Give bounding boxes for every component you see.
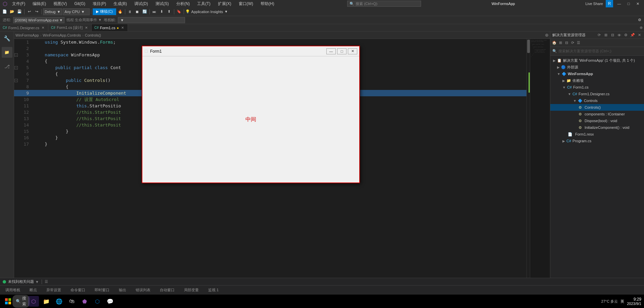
tab-errorlist[interactable]: 错误列表 (133, 286, 153, 294)
taskbar-vs-icon[interactable]: ⬡ (28, 296, 39, 307)
debug-mode-dropdown[interactable]: Debug ▼ (43, 8, 62, 15)
sync-icon[interactable]: ⟳ (596, 33, 602, 38)
language-indicator[interactable]: 英 (620, 299, 624, 304)
tab-output[interactable]: 输出 (116, 286, 129, 294)
live-share-btn[interactable]: Live Share (585, 2, 603, 6)
menu-help[interactable]: 帮助(H) (258, 0, 277, 7)
sol-filter-icon[interactable]: ☰ (576, 40, 581, 46)
stack-dropdown[interactable]: ▼ (118, 17, 185, 23)
solution-search[interactable]: 🔍 搜索解决方案资源管理器 (Ctrl+;) (550, 47, 644, 56)
nav-winformsapp[interactable]: WinFormsApp (15, 33, 39, 37)
toolbar-save-all[interactable]: 💾 (16, 8, 23, 15)
search-bar[interactable]: 🔍 搜索 (Ctrl+Q) (347, 1, 421, 7)
toolbar-restart[interactable]: 🔄 (141, 8, 148, 15)
tree-components[interactable]: ⚙ components : IContainer (550, 111, 644, 117)
toolbar-step-over[interactable]: ⏭ (151, 8, 158, 15)
scrollbar-thumb[interactable] (527, 40, 530, 53)
close-btn[interactable]: ✕ (635, 0, 641, 7)
toolbar-step-into[interactable]: ⬇ (158, 8, 165, 15)
tab-watch1[interactable]: 监视 1 (205, 286, 221, 294)
tree-project[interactable]: ▼ 🔷 WinFormsApp (550, 70, 644, 77)
collapse-btn-3[interactable]: − (14, 53, 18, 57)
tab-autowindow[interactable]: 自动窗口 (157, 286, 177, 294)
sol-collapse-icon[interactable]: ⊟ (564, 40, 569, 46)
nav-method[interactable]: Controls() (85, 33, 101, 37)
collapse-btn-7[interactable]: − (14, 79, 18, 82)
menu-git[interactable]: Git(G) (72, 1, 88, 7)
tab-close-2[interactable]: ✕ (84, 25, 89, 30)
tree-solution[interactable]: ▶ 📋 解决方案 'WinFormsApp' (1 个项目, 共 1 个) (550, 57, 644, 64)
collapse-all-icon[interactable]: ⊟ (610, 33, 615, 38)
menu-debug[interactable]: 调试(D) (132, 0, 151, 7)
toolbar-redo[interactable]: ↪ (33, 8, 40, 15)
tab-close-1[interactable]: ✕ (41, 25, 45, 30)
menu-test[interactable]: 测试(S) (153, 0, 172, 7)
tree-controls-class[interactable]: ▼ 🔷 Controls (550, 97, 644, 104)
tab-breakpoints[interactable]: 断点 (27, 286, 40, 294)
tree-form1cs[interactable]: ▼ C# Form1.cs (550, 84, 644, 91)
toolbar-undo[interactable]: ↩ (26, 8, 33, 15)
tab-locals[interactable]: 局部变量 (181, 286, 201, 294)
taskbar-store-icon[interactable]: 🛍 (66, 296, 77, 307)
menu-tools[interactable]: 工具(T) (194, 0, 213, 7)
toolbar-pause[interactable]: ⏸ (127, 8, 133, 15)
toolbox-icon[interactable]: 🔧 (2, 33, 12, 44)
tree-form1resx[interactable]: 📄 Form1.resx (550, 131, 644, 138)
toolbar-bookmark[interactable]: 🔖 (176, 8, 182, 15)
filter-icon2[interactable]: ☰ (45, 279, 48, 284)
form1-close-btn[interactable]: ✕ (348, 48, 357, 54)
taskbar-explorer-icon[interactable]: 📁 (41, 296, 52, 307)
expand-icon[interactable]: ⊕ (545, 33, 549, 38)
menu-extensions[interactable]: 扩展(X) (215, 0, 234, 7)
debug-tools-icon[interactable]: ⚙ (638, 18, 641, 22)
tab-exceptions[interactable]: 异常设置 (44, 286, 64, 294)
tab-form1-design[interactable]: C# Form1.cs [设计] ✕ (48, 24, 92, 31)
taskbar-search[interactable]: 🔍 搜索 (15, 296, 26, 307)
app-insights-label[interactable]: Application Insights (191, 10, 223, 14)
toolbar-open[interactable]: 📂 (9, 8, 15, 15)
tab-form1-designer[interactable]: C# Form1.Designer.cs ✕ (0, 24, 48, 31)
form1-maximize-btn[interactable]: □ (337, 48, 347, 54)
toolbar-step-out[interactable]: ⬆ (166, 8, 173, 15)
maximize-btn[interactable]: □ (625, 0, 632, 7)
insights-dropdown-arrow[interactable]: ▼ (224, 10, 228, 13)
tab-immediate[interactable]: 即时窗口 (92, 286, 112, 294)
menu-view[interactable]: 视图(V) (51, 0, 70, 7)
taskbar-teams-icon[interactable]: 💬 (105, 296, 116, 307)
toolbar-stop[interactable]: ⏹ (134, 8, 141, 15)
cpu-dropdown[interactable]: Any CPU ▼ (63, 8, 90, 15)
toolbar-hot-reload[interactable]: 🔥 (117, 8, 124, 15)
code-editor[interactable]: 1 2 − 3 (14, 39, 550, 278)
show-all-icon[interactable]: 👁 (616, 33, 622, 38)
tab-form1-cs[interactable]: C# Form1.cs ● ✕ (92, 24, 128, 31)
sol-refresh-icon[interactable]: ⟳ (570, 40, 575, 46)
taskbar-edge-icon[interactable]: 🌐 (54, 296, 64, 307)
sol-expand-icon[interactable]: ⊞ (558, 40, 563, 46)
play-button[interactable]: ▶ 继续(C) (93, 8, 116, 15)
tree-controls-method[interactable]: ⚙ Controls() (550, 104, 644, 111)
tree-initcomp[interactable]: ⚙ InitializeComponent() : void (550, 124, 644, 131)
git-icon[interactable]: ⎇ (2, 61, 12, 72)
tab-close-3[interactable]: ✕ (120, 25, 125, 30)
filter-icon[interactable]: ⊞ (603, 33, 608, 38)
menu-build[interactable]: 生成(B) (111, 0, 130, 7)
taskbar-vs2-icon[interactable]: ⬟ (79, 296, 90, 307)
taskbar-vscode-icon[interactable]: ⬡ (92, 296, 103, 307)
tab-command[interactable]: 命令窗口 (68, 286, 88, 294)
process-dropdown[interactable]: [20096] WinFormsApp.exe ▼ (13, 17, 64, 23)
tab-callstack[interactable]: 调用堆栈 (3, 286, 23, 294)
tree-form1designer[interactable]: ▼ C# Form1.Designer.cs (550, 91, 644, 97)
tree-dispose[interactable]: ⚙ Dispose(bool) : void (550, 117, 644, 124)
nav-namespace[interactable]: WinFormsApp.Controls (43, 33, 81, 37)
properties-icon[interactable]: ⚙ (623, 33, 629, 38)
taskbar-start[interactable] (3, 296, 13, 307)
check-dropdown[interactable]: ▼ (35, 280, 39, 284)
sol-home-icon[interactable]: 🏠 (552, 40, 557, 46)
minimize-btn[interactable]: — (616, 0, 623, 7)
explorer-icon[interactable]: 📁 (2, 47, 12, 58)
toolbar-new[interactable]: 📄 (1, 8, 8, 15)
form1-minimize-btn[interactable]: — (326, 48, 336, 54)
menu-window[interactable]: 窗口(W) (236, 0, 256, 7)
editor-scrollbar[interactable] (526, 39, 530, 278)
menu-analyze[interactable]: 分析(N) (174, 0, 193, 7)
